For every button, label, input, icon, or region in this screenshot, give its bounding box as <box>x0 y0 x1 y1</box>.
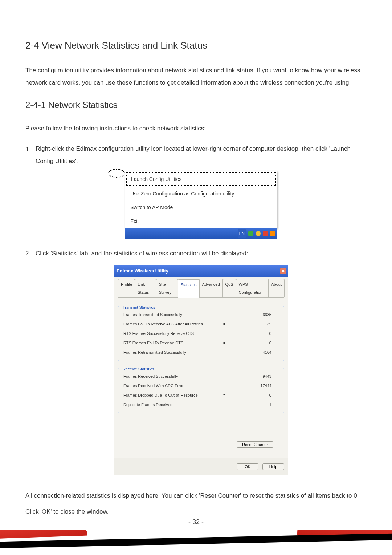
tab-qos[interactable]: QoS <box>222 279 236 297</box>
stat-value: 17444 <box>232 382 279 390</box>
transmit-group: Transmit Statistics Frames Transmitted S… <box>118 306 284 361</box>
menu-item-exit[interactable]: Exit <box>125 214 277 228</box>
close-icon[interactable]: ✕ <box>280 268 286 274</box>
stat-label: Frames Dropped Due To Out-of-Resource <box>123 391 217 399</box>
step-text: Right-click the Edimax configuration uti… <box>36 145 351 165</box>
stat-value: 9443 <box>232 372 279 380</box>
stat-row: Frames Received With CRC Error = 17444 <box>123 381 279 390</box>
intro-paragraph: The configuration utility provides infor… <box>25 64 367 89</box>
tray-icon[interactable] <box>263 231 268 236</box>
context-menu: Launch Config Utilities Use Zero Configu… <box>125 171 277 228</box>
instruction-lead: Please follow the following instructions… <box>25 122 367 135</box>
footer-decoration <box>0 530 392 555</box>
group-legend: Transmit Statistics <box>121 303 156 311</box>
stat-label: Frames Retransmitted Successfully <box>123 348 217 356</box>
system-tray: EN <box>125 228 277 239</box>
tab-statistics[interactable]: Statistics <box>178 279 200 298</box>
reset-counter-button[interactable]: Reset Counter <box>237 441 273 448</box>
equals-sign: = <box>217 348 232 356</box>
ok-button[interactable]: OK <box>237 463 258 470</box>
step-2: 2. Click 'Statistics' tab, and the stati… <box>36 247 367 475</box>
stat-value: 1 <box>232 401 279 409</box>
stat-label: RTS Frames Fail To Receive CTS <box>123 339 217 347</box>
tab-advanced[interactable]: Advanced <box>199 279 223 297</box>
statistics-dialog: Edimax Wireless Utility ✕ Profile Link S… <box>114 265 288 475</box>
tab-wps[interactable]: WPS Configuration <box>236 279 269 297</box>
tab-link-status[interactable]: Link Status <box>135 279 156 297</box>
stat-value: 4164 <box>232 348 279 356</box>
help-button[interactable]: Help <box>262 463 284 470</box>
tray-icon[interactable] <box>256 231 261 236</box>
dialog-titlebar: Edimax Wireless Utility ✕ <box>114 265 288 277</box>
equals-sign: = <box>217 311 232 319</box>
stat-row: Frames Dropped Due To Out-of-Resource = … <box>123 390 279 400</box>
tray-icon-highlight <box>108 169 125 178</box>
subsection-heading: 2-4-1 Network Statistics <box>25 100 367 110</box>
stat-value: 0 <box>232 339 279 347</box>
menu-item-launch[interactable]: Launch Config Utilities <box>126 172 276 186</box>
tray-icon[interactable] <box>248 231 253 236</box>
step-number: 1. <box>25 143 31 156</box>
stat-row: RTS Frames Successfully Receive CTS = 0 <box>123 329 279 338</box>
section-heading: 2-4 View Network Statistics and Link Sta… <box>25 40 367 51</box>
stat-label: Frames Received With CRC Error <box>123 382 217 390</box>
stat-value: 0 <box>232 391 279 399</box>
closing-paragraph-2: Click 'OK' to close the window. <box>25 506 367 518</box>
stat-row: Frames Fail To Receive ACK After All Ret… <box>123 319 279 329</box>
equals-sign: = <box>217 401 232 409</box>
closing-paragraph-1: All connection-related statistics is dis… <box>25 490 367 502</box>
step-text: Click 'Statistics' tab, and the statisti… <box>36 250 248 257</box>
equals-sign: = <box>217 382 232 390</box>
group-legend: Receive Statistics <box>121 365 156 373</box>
stat-row: Frames Retransmitted Successfully = 4164 <box>123 348 279 357</box>
stat-label: Frames Received Successfully <box>123 372 217 380</box>
stat-label: Frames Fail To Receive ACK After All Ret… <box>123 320 217 328</box>
tab-about[interactable]: About <box>268 279 285 297</box>
equals-sign: = <box>217 391 232 399</box>
tab-strip: Profile Link Status Site Survey Statisti… <box>118 279 284 298</box>
menu-item-switch-ap[interactable]: Switch to AP Mode <box>125 200 277 214</box>
step-number: 2. <box>25 247 30 260</box>
equals-sign: = <box>217 329 232 337</box>
tab-site-survey[interactable]: Site Survey <box>156 279 178 297</box>
stat-label: Frames Transmitted Successfully <box>123 311 217 319</box>
step-1: 1. Right-click the Edimax configuration … <box>36 143 367 239</box>
context-menu-figure: Launch Config Utilities Use Zero Configu… <box>125 171 277 239</box>
equals-sign: = <box>217 339 232 347</box>
page-number: - 32 - <box>0 518 392 526</box>
equals-sign: = <box>217 372 232 380</box>
tray-icon[interactable] <box>270 231 275 236</box>
stat-row: RTS Frames Fail To Receive CTS = 0 <box>123 338 279 348</box>
receive-group: Receive Statistics Frames Received Succe… <box>118 368 284 413</box>
stat-row: Duplicate Frames Received = 1 <box>123 400 279 409</box>
stat-label: RTS Frames Successfully Receive CTS <box>123 329 217 337</box>
tab-profile[interactable]: Profile <box>118 279 135 297</box>
stat-value: 6635 <box>232 311 279 319</box>
stat-value: 0 <box>232 329 279 337</box>
equals-sign: = <box>217 320 232 328</box>
language-indicator[interactable]: EN <box>238 229 246 238</box>
menu-item-zero-config[interactable]: Use Zero Configuration as Configuration … <box>125 187 277 200</box>
stat-value: 35 <box>232 320 279 328</box>
dialog-title-text: Edimax Wireless Utility <box>117 266 168 276</box>
stat-label: Duplicate Frames Received <box>123 401 217 409</box>
